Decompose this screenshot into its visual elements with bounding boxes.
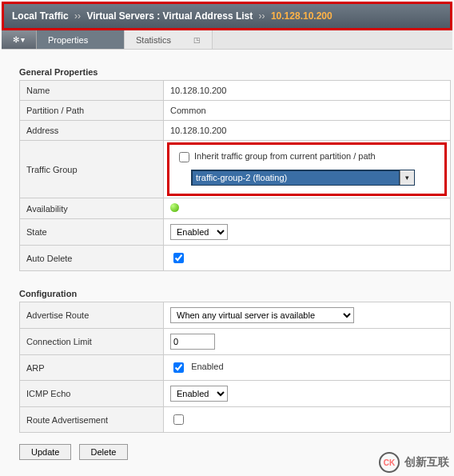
inherit-checkbox[interactable] bbox=[179, 152, 189, 162]
row-label-icmp-echo: ICMP Echo bbox=[20, 381, 164, 407]
row-value-traffic-group: Inherit traffic group from current parti… bbox=[164, 141, 451, 198]
row-label-name: Name bbox=[20, 81, 164, 101]
breadcrumb: Local Traffic ›› Virtual Servers : Virtu… bbox=[2, 2, 452, 30]
connection-limit-input[interactable] bbox=[170, 334, 215, 350]
section-title-configuration: Configuration bbox=[19, 289, 454, 298]
row-value-name: 10.128.10.200 bbox=[164, 81, 451, 101]
arp-enabled-text: Enabled bbox=[191, 362, 223, 371]
gear-menu[interactable]: ✻ ▾ bbox=[2, 30, 37, 49]
traffic-group-select-wrap[interactable]: traffic-group-2 (floating) ▾ bbox=[191, 170, 415, 186]
gear-icon: ✻ ▾ bbox=[13, 35, 26, 44]
configuration-table: Advertise Route When any virtual server … bbox=[19, 302, 451, 433]
breadcrumb-active: 10.128.10.200 bbox=[271, 10, 333, 22]
section-title-general: General Properties bbox=[19, 67, 454, 77]
breadcrumb-part-1[interactable]: Local Traffic bbox=[12, 10, 69, 22]
status-available-icon bbox=[170, 203, 179, 212]
row-label-arp: ARP bbox=[20, 355, 164, 381]
general-properties-table: Name 10.128.10.200 Partition / Path Comm… bbox=[19, 80, 451, 271]
traffic-group-select[interactable]: traffic-group-2 (floating) bbox=[192, 170, 400, 186]
watermark: CK 创新互联 bbox=[379, 452, 449, 473]
tab-properties[interactable]: Properties bbox=[37, 30, 125, 49]
row-label-connection-limit: Connection Limit bbox=[20, 329, 164, 355]
watermark-logo: CK bbox=[379, 452, 400, 473]
row-label-advertise-route: Advertise Route bbox=[20, 302, 164, 329]
tab-label: Statistics bbox=[136, 35, 171, 45]
row-label-partition: Partition / Path bbox=[20, 101, 164, 121]
route-advertisement-checkbox[interactable] bbox=[173, 414, 184, 425]
breadcrumb-part-2[interactable]: Virtual Servers : Virtual Address List bbox=[86, 10, 253, 22]
breadcrumb-sep: ›› bbox=[259, 10, 265, 22]
chevron-down-icon: ▾ bbox=[400, 170, 414, 185]
icmp-echo-select[interactable]: Enabled bbox=[170, 386, 228, 402]
watermark-text: 创新互联 bbox=[404, 455, 449, 470]
advertise-route-select[interactable]: When any virtual server is available bbox=[170, 307, 354, 323]
delete-button[interactable]: Delete bbox=[79, 444, 129, 460]
row-label-traffic-group: Traffic Group bbox=[20, 141, 164, 198]
tab-label: Properties bbox=[48, 35, 88, 45]
row-value-availability bbox=[164, 198, 451, 219]
arp-checkbox[interactable] bbox=[173, 362, 184, 373]
state-select[interactable]: Enabled bbox=[170, 224, 228, 240]
update-button[interactable]: Update bbox=[19, 444, 71, 460]
tab-statistics[interactable]: Statistics ◳ bbox=[125, 30, 213, 49]
row-value-address: 10.128.10.200 bbox=[164, 121, 451, 141]
auto-delete-checkbox[interactable] bbox=[173, 253, 184, 263]
popout-icon: ◳ bbox=[193, 36, 201, 44]
row-label-address: Address bbox=[20, 121, 164, 141]
row-label-state: State bbox=[20, 219, 164, 246]
inherit-traffic-group-label[interactable]: Inherit traffic group from current parti… bbox=[176, 151, 376, 161]
row-label-availability: Availability bbox=[20, 198, 164, 219]
row-value-partition: Common bbox=[164, 101, 451, 121]
row-label-auto-delete: Auto Delete bbox=[20, 246, 164, 271]
traffic-group-highlight: Inherit traffic group from current parti… bbox=[167, 142, 447, 196]
inherit-text: Inherit traffic group from current parti… bbox=[194, 151, 376, 161]
content-area: General Properties Name 10.128.10.200 Pa… bbox=[0, 50, 454, 476]
breadcrumb-sep: ›› bbox=[74, 10, 81, 22]
tab-bar: ✻ ▾ Properties Statistics ◳ bbox=[2, 30, 452, 50]
row-label-route-advertisement: Route Advertisement bbox=[20, 407, 164, 433]
